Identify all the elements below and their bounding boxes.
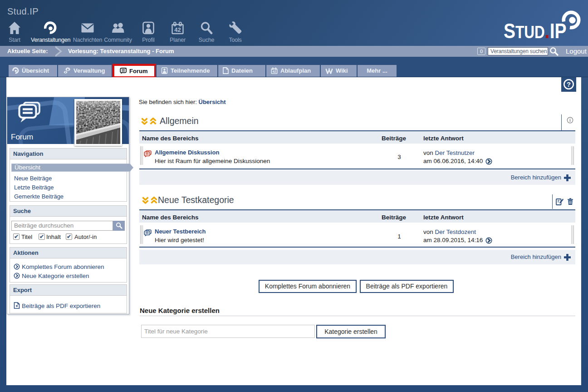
- svg-text:42: 42: [174, 26, 181, 33]
- svg-text:i: i: [569, 118, 571, 123]
- svg-text:STUD.IP: STUD.IP: [504, 19, 567, 43]
- svg-text:?: ?: [567, 81, 571, 88]
- svg-text:42: 42: [272, 69, 276, 74]
